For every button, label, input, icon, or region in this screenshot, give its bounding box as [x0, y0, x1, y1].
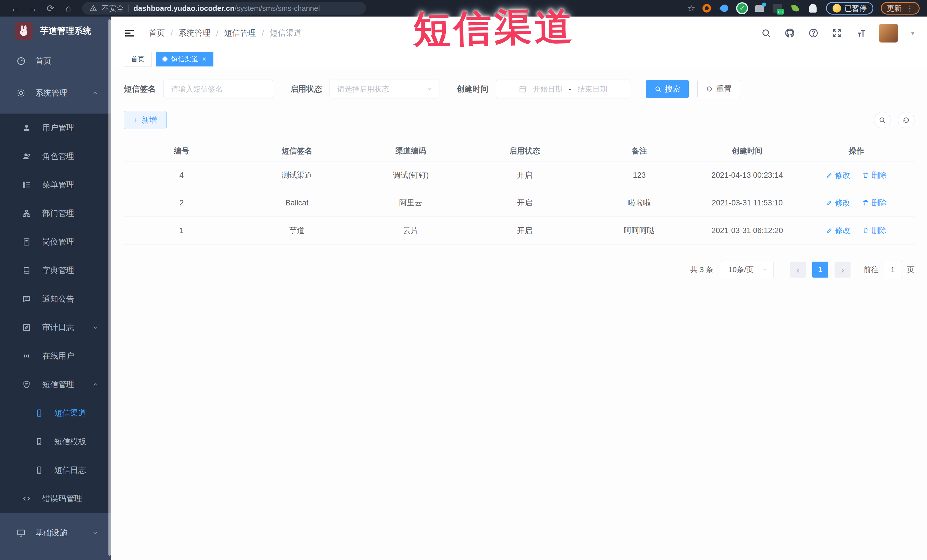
avatar[interactable] — [879, 24, 898, 42]
browser-home-button[interactable]: ⌂ — [61, 2, 76, 15]
warning-icon — [90, 5, 97, 12]
avatar-caret-icon[interactable]: ▾ — [911, 29, 915, 37]
font-size-icon[interactable] — [855, 28, 866, 38]
sidebar-item-infrastructure[interactable]: 基础设施 — [0, 513, 111, 553]
page-size-select[interactable]: 10条/页 — [721, 261, 774, 278]
extension-ghost-icon[interactable] — [808, 3, 818, 14]
table-row: 2 Ballcat 阿里云 开启 啦啦啦 2021-03-31 11:53:10… — [124, 189, 915, 217]
sidebar-item-label: 字典管理 — [42, 265, 74, 276]
chevron-up-icon — [92, 90, 99, 96]
browser-back-button[interactable]: ← — [8, 2, 23, 15]
status-select[interactable]: 请选择启用状态 — [330, 80, 439, 99]
browser-reload-button[interactable]: ⟳ — [43, 2, 58, 15]
extension-people-icon[interactable] — [755, 3, 765, 14]
sidebar-item-posts[interactable]: 岗位管理 — [0, 228, 111, 256]
sidebar-item-roles[interactable]: 角色管理 — [0, 142, 111, 171]
reset-button[interactable]: 重置 — [697, 80, 740, 98]
speech-bubble-icon — [22, 295, 31, 303]
col-header-status: 启用状态 — [467, 140, 583, 161]
cell-remark: 呵呵呵哒 — [582, 217, 696, 244]
col-header-code: 渠道编码 — [355, 140, 467, 161]
toggle-search-button[interactable] — [874, 112, 891, 128]
bookmark-star-icon[interactable]: ☆ — [687, 3, 695, 14]
extension-blue-pin-icon[interactable] — [719, 3, 729, 14]
page-size-value: 10条/页 — [728, 265, 754, 275]
sidebar-item-sms[interactable]: 短信管理 — [0, 370, 111, 399]
edit-link[interactable]: 修改 — [826, 225, 851, 236]
browser-menu-icon[interactable]: ⋮ — [906, 6, 913, 10]
url-path: /system/sms/sms-channel — [234, 4, 320, 12]
search-button[interactable]: 搜索 — [646, 80, 689, 98]
app-title: 芋道管理系统 — [40, 25, 91, 37]
sidebar-item-error-codes[interactable]: 错误码管理 — [0, 484, 111, 513]
breadcrumb: 首页 / 系统管理 / 短信管理 / 短信渠道 — [149, 28, 302, 38]
sidebar-item-sms-template[interactable]: 短信模板 — [0, 427, 111, 456]
extension-on-badge-icon[interactable] — [772, 3, 783, 14]
app-logo-row[interactable]: 芋道管理系统 — [0, 17, 111, 45]
delete-link[interactable]: 删除 — [862, 225, 887, 236]
sidebar-scrollbar[interactable] — [108, 20, 111, 556]
goto-page-input[interactable] — [884, 261, 902, 278]
search-icon[interactable] — [761, 28, 771, 38]
sidebar-item-label: 短信渠道 — [54, 408, 86, 419]
status-placeholder: 请选择启用状态 — [337, 84, 389, 94]
cell-actions: 修改 删除 — [798, 217, 915, 244]
chevron-up-icon — [92, 381, 99, 388]
update-label: 更新 — [887, 3, 902, 14]
sidebar-item-departments[interactable]: 部门管理 — [0, 199, 111, 228]
sidebar-item-dict[interactable]: 字典管理 — [0, 256, 111, 285]
profile-paused-chip[interactable]: 已暂停 — [826, 2, 873, 15]
github-icon[interactable] — [784, 28, 795, 38]
sign-input[interactable] — [171, 85, 265, 94]
paused-label: 已暂停 — [845, 3, 867, 14]
edit-link[interactable]: 修改 — [826, 198, 851, 208]
hamburger-icon[interactable] — [124, 27, 135, 39]
table-row: 4 测试渠道 调试(钉钉) 开启 123 2021-04-13 00:23:14… — [124, 161, 915, 189]
sidebar-item-system[interactable]: 系统管理 — [0, 77, 111, 109]
sidebar-item-sms-log[interactable]: 短信日志 — [0, 456, 111, 484]
breadcrumb-current: 短信渠道 — [270, 28, 302, 38]
fullscreen-icon[interactable] — [832, 28, 842, 38]
org-tree-icon — [22, 209, 31, 218]
extension-green-check-icon[interactable]: ✓ — [737, 3, 747, 14]
cell-code: 云片 — [355, 217, 467, 244]
edit-link[interactable]: 修改 — [826, 170, 851, 180]
sidebar-item-audit-log[interactable]: 审计日志 — [0, 313, 111, 342]
browser-update-button[interactable]: 更新 ⋮ — [881, 2, 919, 15]
extension-leaf-icon[interactable] — [790, 3, 800, 14]
phone-icon — [35, 466, 43, 474]
browser-extensions: ✓ — [702, 3, 818, 14]
cell-remark: 123 — [582, 161, 696, 189]
breadcrumb-system[interactable]: 系统管理 — [179, 28, 211, 38]
sidebar-item-users[interactable]: 用户管理 — [0, 114, 111, 142]
refresh-table-button[interactable] — [898, 112, 915, 128]
sidebar-item-label: 短信模板 — [54, 436, 86, 447]
sidebar-item-home[interactable]: 首页 — [0, 45, 111, 77]
delete-link[interactable]: 删除 — [862, 198, 887, 208]
browser-forward-button[interactable]: → — [25, 2, 41, 15]
tab-sms-channel[interactable]: 短信渠道 × — [156, 52, 213, 67]
next-page-button[interactable]: › — [834, 262, 851, 278]
cell-sign: 芋道 — [239, 217, 355, 244]
sidebar-item-menus[interactable]: 菜单管理 — [0, 171, 111, 199]
cell-id: 2 — [124, 189, 239, 217]
breadcrumb-sms[interactable]: 短信管理 — [224, 28, 256, 38]
add-button[interactable]: + 新增 — [124, 111, 167, 129]
help-icon[interactable] — [808, 28, 819, 38]
sidebar-item-label: 岗位管理 — [42, 237, 74, 247]
page-number-1[interactable]: 1 — [812, 262, 828, 278]
edit-log-icon — [22, 323, 31, 332]
sidebar-item-label: 短信日志 — [54, 465, 86, 475]
sidebar-item-sms-channel[interactable]: 短信渠道 — [0, 399, 111, 427]
sidebar-item-notice[interactable]: 通知公告 — [0, 285, 111, 313]
date-range-picker[interactable]: 开始日期 - 结束日期 — [496, 80, 630, 99]
address-bar[interactable]: 不安全 dashboard.yudao.iocoder.cn/system/sm… — [82, 2, 366, 15]
tab-close-icon[interactable]: × — [202, 56, 206, 62]
sidebar-item-online-users[interactable]: 在线用户 — [0, 342, 111, 370]
sms-channel-table: 编号 短信签名 渠道编码 启用状态 备注 创建时间 操作 4 测试渠道 调试(钉… — [124, 140, 915, 244]
extension-orange-ring-icon[interactable] — [702, 3, 712, 14]
delete-link[interactable]: 删除 — [862, 170, 887, 180]
breadcrumb-home[interactable]: 首页 — [149, 28, 165, 38]
tab-home[interactable]: 首页 — [124, 52, 152, 67]
prev-page-button[interactable]: ‹ — [790, 262, 806, 278]
